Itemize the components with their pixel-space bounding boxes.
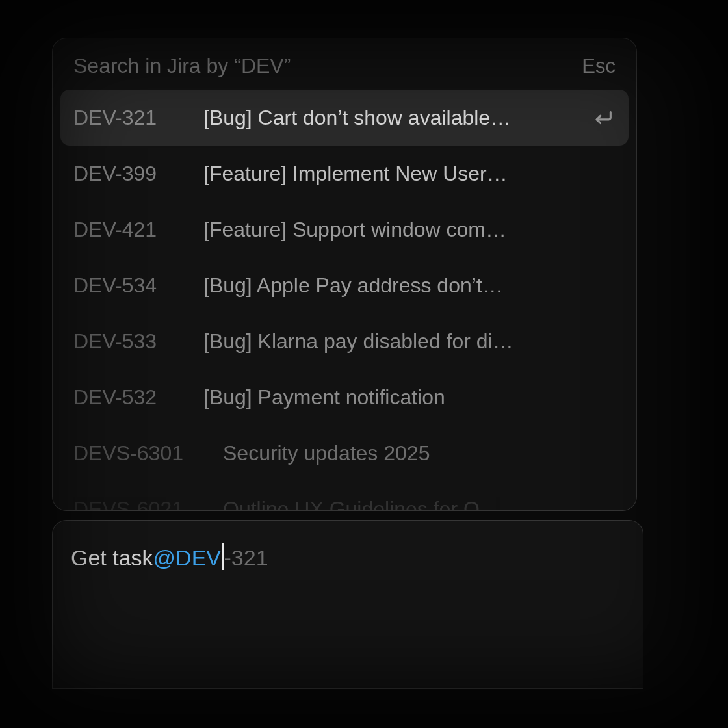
esc-hint[interactable]: Esc	[582, 55, 616, 78]
result-item[interactable]: DEV-421[Feature] Support window com…	[60, 202, 629, 257]
result-title: [Bug] Klarna pay disabled for di…	[203, 330, 616, 354]
result-title: [Bug] Payment notification	[203, 385, 616, 410]
input-mention: @DEV	[153, 545, 221, 571]
popup-header: Search in Jira by “DEV” Esc	[53, 38, 636, 90]
result-item[interactable]: DEVS-6021Outline UX Guidelines for Q…	[60, 481, 629, 511]
results-list: DEV-321[Bug] Cart don’t show available…D…	[53, 90, 636, 511]
result-item[interactable]: DEV-399[Feature] Implement New User…	[60, 146, 629, 202]
result-item[interactable]: DEV-532[Bug] Payment notification	[60, 369, 629, 425]
result-item[interactable]: DEVS-6301Security updates 2025	[60, 425, 629, 481]
result-id: DEVS-6021	[73, 497, 223, 512]
jira-search-popup: Search in Jira by “DEV” Esc DEV-321[Bug]…	[52, 38, 637, 511]
result-item[interactable]: DEV-321[Bug] Cart don’t show available…	[60, 90, 629, 146]
result-id: DEV-321	[73, 106, 203, 130]
result-title: [Feature] Implement New User…	[203, 162, 616, 186]
result-id: DEV-532	[73, 385, 203, 410]
enter-icon	[592, 107, 614, 129]
result-id: DEV-399	[73, 162, 203, 186]
result-title: [Bug] Cart don’t show available…	[203, 106, 616, 130]
result-item[interactable]: DEV-534[Bug] Apple Pay address don’t…	[60, 257, 629, 313]
result-title: Outline UX Guidelines for Q…	[223, 497, 616, 512]
text-cursor	[222, 543, 224, 570]
result-item[interactable]: DEV-533[Bug] Klarna pay disabled for di…	[60, 313, 629, 369]
popup-header-label: Search in Jira by “DEV”	[73, 54, 291, 78]
command-input-panel[interactable]: Get task @DEV-321	[52, 520, 644, 689]
input-prefix-text: Get task	[71, 545, 153, 571]
result-id: DEV-533	[73, 330, 203, 354]
input-suggestion-suffix: -321	[224, 545, 268, 571]
result-id: DEV-534	[73, 274, 203, 298]
result-title: [Bug] Apple Pay address don’t…	[203, 274, 616, 298]
result-title: Security updates 2025	[223, 441, 616, 465]
result-id: DEV-421	[73, 218, 203, 242]
result-title: [Feature] Support window com…	[203, 218, 616, 242]
result-id: DEVS-6301	[73, 441, 223, 465]
command-input-content[interactable]: Get task @DEV-321	[71, 544, 625, 571]
